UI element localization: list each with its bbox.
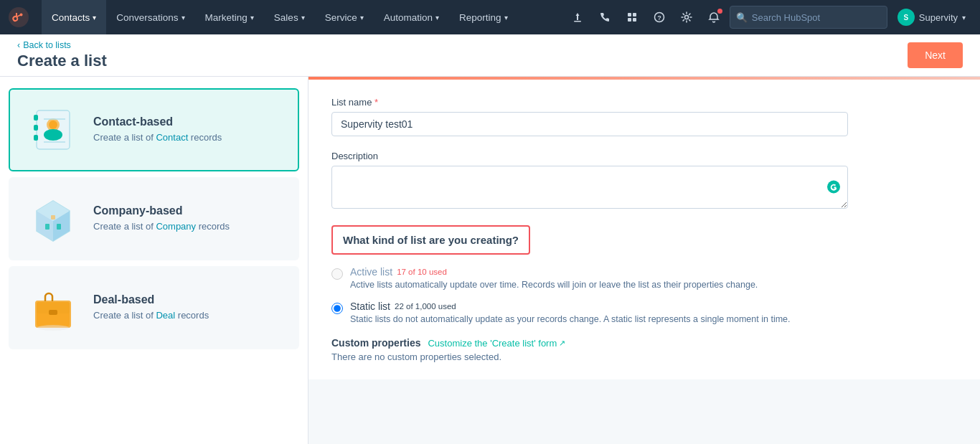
- contact-based-icon: [27, 104, 79, 156]
- svg-point-33: [827, 180, 840, 193]
- company-based-card[interactable]: Company-based Create a list of Company r…: [9, 177, 299, 260]
- static-list-label-group: Static list 22 of 1,000 used Static list…: [350, 301, 791, 326]
- active-list-label: Active list 17 of 10 used: [350, 266, 758, 278]
- static-list-option: Static list 22 of 1,000 used Static list…: [331, 301, 848, 326]
- page-header: ‹ Back to lists Create a list Next: [0, 34, 980, 77]
- deal-based-info: Deal-based Create a list of Deal records: [93, 293, 209, 322]
- custom-properties-header: Custom properties Customize the 'Create …: [331, 337, 848, 349]
- description-textarea-wrapper: [331, 166, 848, 211]
- custom-properties-title: Custom properties: [331, 337, 420, 349]
- contact-based-info: Contact-based Create a list of Contact r…: [93, 115, 222, 144]
- upgrade-icon[interactable]: [566, 6, 589, 29]
- list-type-question: What kind of list are you creating?: [343, 234, 519, 246]
- nav-menu: Contacts ▾ Conversations ▾ Marketing ▾ S…: [42, 0, 566, 34]
- svg-rect-14: [34, 135, 38, 141]
- svg-rect-7: [633, 18, 636, 22]
- chevron-down-icon: ▾: [250, 14, 254, 22]
- required-indicator: *: [374, 97, 378, 108]
- right-panel: List name * Description: [308, 77, 980, 444]
- company-based-info: Company-based Create a list of Company r…: [93, 204, 230, 233]
- custom-properties-empty-state: There are no custom properties selected.: [331, 351, 848, 362]
- svg-text:?: ?: [657, 14, 661, 22]
- svg-rect-26: [51, 215, 55, 219]
- chevron-down-icon: ▾: [435, 14, 439, 22]
- list-name-input[interactable]: [331, 112, 848, 136]
- top-navigation: Contacts ▾ Conversations ▾ Marketing ▾ S…: [0, 0, 980, 34]
- static-list-radio[interactable]: [331, 303, 343, 314]
- svg-point-0: [9, 7, 29, 27]
- back-to-lists-link[interactable]: ‹ Back to lists: [17, 40, 107, 50]
- static-list-desc: Static lists do not automatically update…: [350, 313, 791, 326]
- list-name-label: List name *: [331, 97, 848, 108]
- nav-reporting[interactable]: Reporting ▾: [449, 0, 518, 34]
- header-left: ‹ Back to lists Create a list: [17, 40, 107, 70]
- account-chevron-icon: ▾: [962, 14, 966, 22]
- svg-rect-4: [628, 13, 631, 16]
- list-type-radio-group: Active list 17 of 10 used Active lists a…: [331, 266, 848, 326]
- custom-properties-section: Custom properties Customize the 'Create …: [331, 337, 848, 362]
- account-name: Supervity: [919, 12, 958, 23]
- svg-rect-5: [633, 13, 636, 16]
- nav-automation[interactable]: Automation ▾: [374, 0, 449, 34]
- svg-point-17: [44, 129, 62, 141]
- svg-rect-13: [34, 125, 38, 131]
- nav-marketing[interactable]: Marketing ▾: [195, 0, 264, 34]
- company-based-icon: [27, 193, 79, 245]
- list-type-question-box: What kind of list are you creating?: [331, 225, 530, 255]
- hubspot-logo: [9, 7, 29, 27]
- nav-sales[interactable]: Sales ▾: [264, 0, 315, 34]
- active-list-radio[interactable]: [331, 268, 343, 280]
- svg-rect-24: [45, 224, 50, 230]
- marketplace-icon[interactable]: [621, 6, 644, 29]
- account-menu[interactable]: S Supervity ▾: [892, 6, 971, 29]
- avatar: S: [897, 9, 915, 26]
- svg-rect-31: [49, 310, 57, 315]
- notification-badge: [717, 9, 722, 14]
- call-icon[interactable]: [593, 6, 616, 29]
- svg-rect-6: [628, 18, 631, 22]
- nav-conversations[interactable]: Conversations ▾: [106, 0, 194, 34]
- svg-rect-12: [34, 115, 38, 121]
- deal-based-icon: [27, 282, 79, 334]
- description-label: Description: [331, 151, 848, 161]
- list-name-group: List name *: [331, 97, 848, 136]
- active-list-option: Active list 17 of 10 used Active lists a…: [331, 266, 848, 292]
- svg-rect-25: [57, 224, 61, 230]
- external-link-icon: ↗: [559, 339, 565, 348]
- active-list-desc: Active lists automatically update over t…: [350, 279, 758, 292]
- chevron-down-icon: ▾: [504, 14, 508, 22]
- chevron-down-icon: ▾: [360, 14, 364, 22]
- create-list-form: List name * Description: [331, 97, 848, 362]
- next-button[interactable]: Next: [908, 42, 963, 68]
- customize-form-link[interactable]: Customize the 'Create list' form ↗: [428, 338, 565, 349]
- search-box[interactable]: 🔍: [730, 6, 887, 29]
- search-input[interactable]: [752, 12, 874, 23]
- nav-right-actions: ? 🔍 S Supervity ▾: [566, 6, 971, 29]
- main-content: Contact-based Create a list of Contact r…: [0, 77, 980, 444]
- active-list-usage: 17 of 10 used: [397, 268, 447, 276]
- help-icon[interactable]: ?: [648, 6, 671, 29]
- chevron-left-icon: ‹: [17, 40, 20, 50]
- static-list-usage: 22 of 1,000 used: [395, 302, 456, 311]
- active-list-label-group: Active list 17 of 10 used Active lists a…: [350, 266, 758, 292]
- svg-point-32: [37, 325, 69, 331]
- contact-based-card[interactable]: Contact-based Create a list of Contact r…: [9, 88, 299, 171]
- page-title: Create a list: [17, 52, 107, 70]
- description-textarea[interactable]: [331, 166, 848, 209]
- svg-point-10: [684, 16, 688, 19]
- nav-contacts[interactable]: Contacts ▾: [42, 0, 106, 34]
- notifications-icon[interactable]: [702, 6, 725, 29]
- search-icon: 🔍: [736, 12, 748, 23]
- chevron-down-icon: ▾: [301, 14, 305, 22]
- ai-icon: [826, 179, 841, 197]
- settings-icon[interactable]: [675, 6, 698, 29]
- form-area: List name * Description: [308, 80, 980, 379]
- static-list-label: Static list 22 of 1,000 used: [350, 301, 791, 312]
- list-type-panel: Contact-based Create a list of Contact r…: [0, 77, 308, 444]
- chevron-down-icon: ▾: [93, 14, 96, 22]
- svg-point-16: [49, 121, 57, 129]
- description-group: Description: [331, 151, 848, 211]
- deal-based-card[interactable]: Deal-based Create a list of Deal records: [9, 266, 299, 349]
- nav-service[interactable]: Service ▾: [315, 0, 374, 34]
- chevron-down-icon: ▾: [182, 14, 185, 22]
